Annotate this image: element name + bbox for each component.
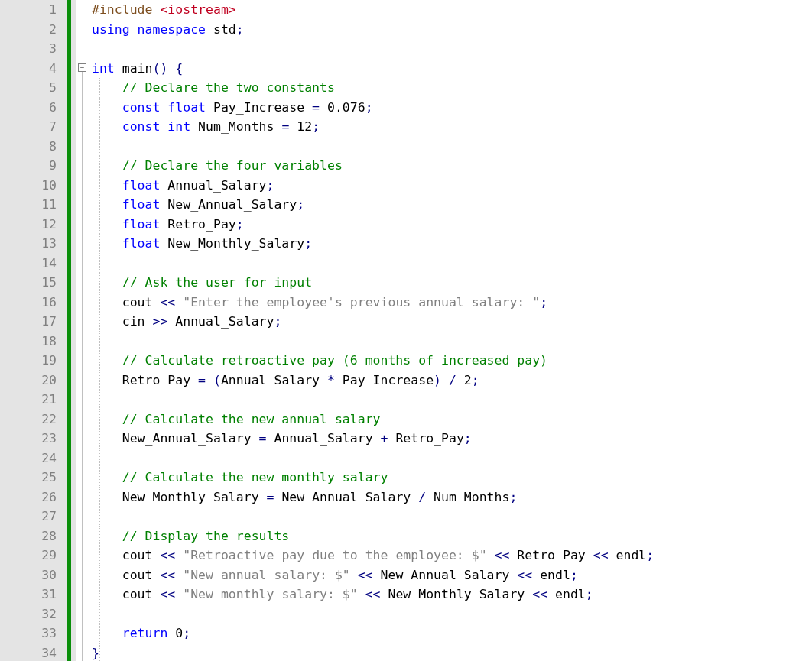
code-line[interactable]: cout << "Enter the employee's previous a…	[92, 293, 812, 313]
code-line[interactable]	[92, 507, 812, 527]
token-name: Retro_Pay	[167, 217, 235, 232]
line-number: 4	[0, 59, 57, 79]
code-line[interactable]: float Annual_Salary;	[92, 176, 812, 196]
line-number: 5	[0, 78, 57, 98]
code-line[interactable]: New_Monthly_Salary = New_Annual_Salary /…	[92, 488, 812, 507]
token-op: *	[320, 373, 343, 387]
line-number: 34	[0, 643, 57, 662]
code-line[interactable]: cin >> Annual_Salary;	[92, 312, 812, 332]
line-number: 28	[0, 527, 57, 546]
token-name: Num_Months	[434, 490, 509, 504]
line-number: 16	[0, 293, 57, 313]
token-name: cout	[122, 548, 153, 562]
code-line[interactable]: using namespace std;	[92, 20, 812, 40]
code-line[interactable]: // Display the results	[92, 527, 812, 546]
token-op: ;	[509, 490, 517, 504]
token-op: =	[252, 431, 274, 446]
modified-bar	[67, 0, 71, 661]
token-op: =	[259, 490, 282, 504]
fold-toggle[interactable]: −	[78, 63, 86, 72]
token-op: ;	[464, 431, 472, 446]
code-line[interactable]: // Calculate retroactive pay (6 months o…	[92, 351, 812, 371]
code-line[interactable]: // Calculate the new annual salary	[92, 410, 812, 429]
token-name: cout	[122, 568, 153, 582]
line-number: 20	[0, 371, 57, 390]
code-line[interactable]	[92, 449, 812, 468]
token-op: ;	[297, 197, 304, 212]
token-kw: int	[92, 61, 122, 76]
token-name: Annual_Salary	[175, 314, 274, 329]
token-name: cin	[122, 314, 145, 329]
code-line[interactable]	[92, 604, 812, 624]
code-line[interactable]: cout << "New annual salary: $" << New_An…	[92, 565, 812, 585]
token-op: ;	[274, 314, 281, 329]
code-line[interactable]: float Retro_Pay;	[92, 215, 812, 235]
token-name: New_Annual_Salary	[122, 431, 252, 446]
token-op: ;	[540, 295, 547, 309]
token-num: 0	[175, 626, 183, 640]
code-line[interactable]	[92, 332, 812, 352]
line-number: 27	[0, 507, 57, 527]
code-area[interactable]: #include <iostream>using namespace std;i…	[89, 0, 812, 661]
code-line[interactable]: float New_Annual_Salary;	[92, 195, 812, 215]
token-name: Pay_Increase	[343, 373, 434, 387]
token-kw: float	[122, 178, 168, 193]
code-line[interactable]: return 0;	[92, 624, 812, 643]
token-name: New_Annual_Salary	[281, 490, 411, 504]
code-line[interactable]: // Declare the two constants	[92, 78, 812, 98]
token-inc: <iostream>	[160, 2, 235, 17]
token-kw: float	[122, 236, 168, 251]
token-name: New_Annual_Salary	[381, 568, 510, 582]
code-line[interactable]: New_Annual_Salary = Annual_Salary + Retr…	[92, 429, 812, 449]
line-number: 9	[0, 156, 57, 176]
line-number: 15	[0, 273, 57, 293]
code-line[interactable]: Retro_Pay = (Annual_Salary * Pay_Increas…	[92, 371, 812, 390]
token-op: ;	[304, 236, 312, 251]
token-str: "New annual salary: $"	[183, 568, 350, 582]
token-op: <<	[153, 568, 184, 582]
token-name: New_Monthly_Salary	[167, 236, 304, 251]
token-kw: const	[122, 100, 168, 115]
token-kw: int	[167, 119, 198, 134]
gutter: 1234567891011121314151617181920212223242…	[0, 0, 76, 661]
change-margin	[67, 0, 76, 661]
token-name: Retro_Pay	[122, 373, 190, 387]
code-line[interactable]: // Ask the user for input	[92, 273, 812, 293]
token-op: <<	[350, 568, 381, 582]
line-number-column: 1234567891011121314151617181920212223242…	[0, 0, 67, 661]
code-line[interactable]	[92, 137, 812, 157]
token-cm: // Calculate retroactive pay (6 months o…	[122, 353, 547, 368]
code-line[interactable]: const int Num_Months = 12;	[92, 117, 812, 137]
token-kw: using	[92, 22, 138, 37]
token-name: New_Annual_Salary	[167, 197, 297, 212]
code-line[interactable]: }	[92, 643, 812, 662]
line-number: 24	[0, 449, 57, 468]
code-line[interactable]: #include <iostream>	[92, 0, 812, 20]
line-number: 33	[0, 624, 57, 643]
token-name: Retro_Pay	[517, 548, 585, 562]
token-op: <<	[358, 587, 388, 601]
token-op: <<	[153, 548, 184, 562]
line-number: 6	[0, 98, 57, 118]
code-line[interactable]: cout << "Retroactive pay due to the empl…	[92, 546, 812, 565]
token-op: <<	[586, 548, 616, 562]
token-str: "Enter the employee's previous annual sa…	[183, 295, 540, 309]
code-line[interactable]: cout << "New monthly salary: $" << New_M…	[92, 585, 812, 604]
code-line[interactable]	[92, 390, 812, 410]
line-number: 8	[0, 137, 57, 157]
token-fn: main	[122, 61, 153, 76]
code-line[interactable]	[92, 39, 812, 59]
token-op: ;	[236, 22, 244, 37]
code-line[interactable]: float New_Monthly_Salary;	[92, 234, 812, 254]
token-cm: // Ask the user for input	[122, 275, 312, 290]
token-kw: const	[122, 119, 168, 134]
code-line[interactable]: // Calculate the new monthly salary	[92, 468, 812, 488]
code-line[interactable]	[92, 254, 812, 274]
token-op: ;	[472, 373, 479, 387]
token-str: "Retroactive pay due to the employee: $"	[183, 548, 486, 562]
fold-column: −	[76, 0, 89, 661]
code-line[interactable]: // Declare the four variables	[92, 156, 812, 176]
code-line[interactable]: const float Pay_Increase = 0.076;	[92, 98, 812, 118]
code-line[interactable]: int main() {	[92, 59, 812, 79]
line-number: 30	[0, 565, 57, 585]
